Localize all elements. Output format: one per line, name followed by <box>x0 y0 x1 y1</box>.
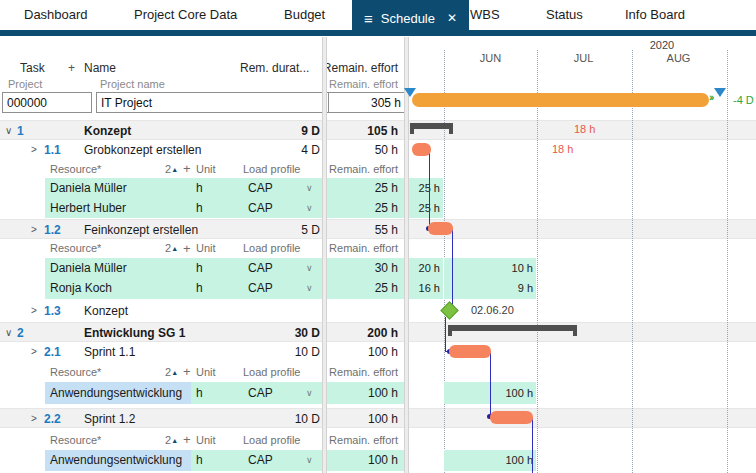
load-profile-dropdown-icon[interactable]: ∨ <box>306 198 313 218</box>
project-start-marker-icon[interactable] <box>404 88 416 97</box>
tab-info-board[interactable]: Info Board <box>625 0 685 30</box>
add-resource-icon[interactable]: + <box>183 239 191 258</box>
task-duration: 9 D <box>240 121 320 141</box>
resource-effort: 25 h <box>318 278 398 299</box>
task-bar-1-1[interactable] <box>412 143 431 156</box>
load-profile-value: CAP <box>248 198 273 218</box>
load-profile-value: CAP <box>248 450 273 471</box>
task-bar-2-1[interactable] <box>449 345 491 358</box>
task-row-1[interactable]: ∨ 1 Konzept 9 D 105 h <box>0 120 756 140</box>
tab-dashboard[interactable]: Dashboard <box>24 0 88 30</box>
resource-effort: 100 h <box>318 382 398 404</box>
sort-asc-icon: ▲ <box>171 245 178 252</box>
resource-row[interactable]: Daniela Müller h CAP ∨ 25 h <box>0 178 756 198</box>
project-effort-input[interactable] <box>328 92 406 113</box>
tab-status[interactable]: Status <box>546 0 583 30</box>
resource-label: Resource* <box>50 430 101 450</box>
task-bar-2-2[interactable] <box>490 411 533 424</box>
task-id: 1.1 <box>44 140 61 160</box>
summary-bar-konzept[interactable] <box>410 123 453 129</box>
col-name[interactable]: Name <box>84 61 116 75</box>
table-gantt-splitter[interactable] <box>404 37 409 473</box>
load-profile-header: Load profile <box>243 362 301 382</box>
resource-row[interactable]: Ronja Koch h CAP ∨ 25 h <box>0 278 756 299</box>
expand-icon[interactable]: > <box>31 301 37 321</box>
task-bar-1-2[interactable] <box>428 222 453 235</box>
close-tab-icon[interactable]: ✕ <box>447 11 457 25</box>
resource-unit: h <box>196 382 203 404</box>
resource-effort: 100 h <box>318 450 398 471</box>
add-resource-icon[interactable]: + <box>183 160 191 178</box>
project-gantt-bar[interactable] <box>412 93 709 107</box>
task-duration: 5 D <box>240 220 320 240</box>
task-row-1-1[interactable]: > 1.1 Grobkonzept erstellen 4 D 50 h <box>0 140 756 160</box>
sort-indicator[interactable]: 2▲ <box>165 239 178 258</box>
tab-budget[interactable]: Budget <box>284 0 325 30</box>
timeline-month-jul: JUL <box>537 52 630 64</box>
resource-unit: h <box>196 258 203 278</box>
col-rem-effort[interactable]: Remain. effort <box>318 61 398 75</box>
load-profile-dropdown-icon[interactable]: ∨ <box>306 178 313 198</box>
load-profile-header: Load profile <box>243 239 301 258</box>
resource-row[interactable]: Anwendungsentwicklung h CAP ∨ 100 h <box>0 382 756 404</box>
effort-header: Remain. effort <box>318 239 398 258</box>
load-profile-dropdown-icon[interactable]: ∨ <box>306 382 313 404</box>
task-row-2[interactable]: ∨ 2 Entwicklung SG 1 30 D 200 h <box>0 322 756 342</box>
task-name: Grobkonzept erstellen <box>84 140 201 160</box>
load-profile-dropdown-icon[interactable]: ∨ <box>306 450 313 471</box>
menu-icon[interactable]: ≡ <box>364 11 373 26</box>
add-resource-icon[interactable]: + <box>183 362 191 382</box>
sort-indicator[interactable]: 2▲ <box>165 430 178 451</box>
tab-project-core-data[interactable]: Project Core Data <box>134 0 237 30</box>
load-profile-dropdown-icon[interactable]: ∨ <box>306 278 313 299</box>
resource-row[interactable]: Anwendungsentwicklung h CAP ∨ 100 h <box>0 450 756 471</box>
expand-icon[interactable]: > <box>31 220 37 240</box>
add-column-icon[interactable]: + <box>68 61 75 75</box>
col-task[interactable]: Task <box>20 61 45 75</box>
resource-row[interactable]: Herbert Huber h CAP ∨ 25 h <box>0 198 756 218</box>
gantt-effort-cell: 100 h <box>444 450 536 471</box>
sort-indicator[interactable]: 2▲ <box>165 362 178 383</box>
project-end-marker-icon[interactable] <box>714 88 726 97</box>
resource-label: Resource* <box>50 362 101 382</box>
resource-name: Daniela Müller <box>50 178 127 198</box>
tab-schedule[interactable]: ≡ Schedule ✕ <box>352 0 469 36</box>
collapse-icon[interactable]: ∨ <box>5 323 12 343</box>
expand-icon[interactable]: > <box>31 140 37 160</box>
load-profile-dropdown-icon[interactable]: ∨ <box>306 258 313 278</box>
dependency-line <box>429 150 430 229</box>
expand-icon[interactable]: > <box>31 342 37 362</box>
task-row-2-2[interactable]: > 2.2 Sprint 1.2 10 D 100 h <box>0 408 756 428</box>
overdue-effort-label: 18 h <box>574 123 595 135</box>
task-row-1-2[interactable]: > 1.2 Feinkonzept erstellen 5 D 55 h <box>0 219 756 239</box>
task-duration: 30 D <box>240 323 320 343</box>
resource-name: Ronja Koch <box>50 278 112 299</box>
resource-name: Anwendungsentwicklung <box>50 382 182 404</box>
project-id-input[interactable] <box>2 92 92 113</box>
tab-wbs[interactable]: WBS <box>470 0 500 30</box>
resource-row[interactable]: Daniela Müller h CAP ∨ 30 h <box>0 258 756 278</box>
resource-unit: h <box>196 278 203 299</box>
gantt-effort-cell: 10 h <box>444 258 536 278</box>
summary-bar-entwicklung[interactable] <box>448 325 577 331</box>
project-delta-label: -4 D <box>733 94 754 106</box>
col-rem-duration[interactable]: Rem. durat... <box>240 61 320 75</box>
task-row-2-1[interactable]: > 2.1 Sprint 1.1 10 D 100 h <box>0 342 756 362</box>
dependency-line <box>445 317 446 351</box>
sort-indicator[interactable]: 2▲ <box>165 160 178 179</box>
resource-header-row: Resource* 2▲ + Unit Load profile Remain.… <box>0 160 756 178</box>
sort-asc-icon: ▲ <box>171 369 178 376</box>
collapse-icon[interactable]: ∨ <box>5 121 12 141</box>
task-row-1-3[interactable]: > 1.3 Konzept <box>0 301 756 321</box>
expand-icon[interactable]: > <box>31 409 37 429</box>
timeline-month-aug: AUG <box>632 52 725 64</box>
column-splitter[interactable] <box>322 37 327 473</box>
month-gridline <box>727 50 728 473</box>
task-duration: 10 D <box>240 409 320 429</box>
add-resource-icon[interactable]: + <box>183 430 191 450</box>
project-name-input[interactable] <box>96 92 330 113</box>
dependency-line <box>490 352 491 415</box>
task-effort: 55 h <box>318 220 398 240</box>
task-effort: 100 h <box>318 342 398 362</box>
top-navigation: Dashboard Project Core Data Budget ≡ Sch… <box>0 0 756 36</box>
